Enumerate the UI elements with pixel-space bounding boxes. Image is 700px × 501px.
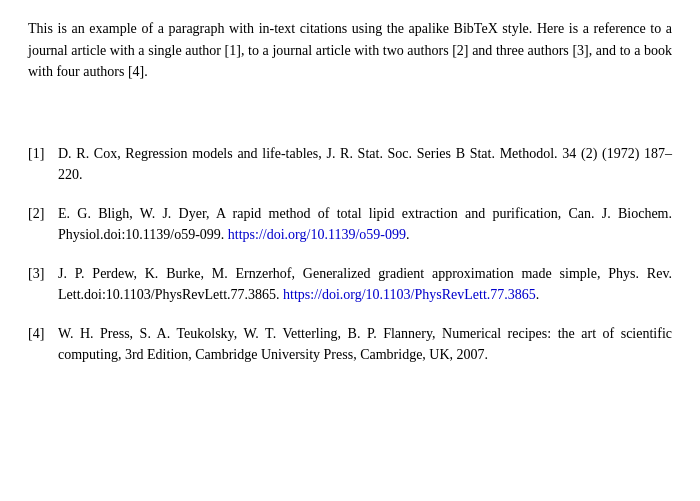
ref-number-2: [2] bbox=[28, 203, 58, 224]
ref-content-4: W. H. Press, S. A. Teukolsky, W. T. Vett… bbox=[58, 323, 672, 365]
ref-number-4: [4] bbox=[28, 323, 58, 344]
reference-item-2: [2] E. G. Bligh, W. J. Dyer, A rapid met… bbox=[28, 203, 672, 245]
references-section: [1] D. R. Cox, Regression models and lif… bbox=[28, 143, 672, 365]
ref-content-1: D. R. Cox, Regression models and life-ta… bbox=[58, 143, 672, 185]
ref-number-1: [1] bbox=[28, 143, 58, 164]
ref-content-3: J. P. Perdew, K. Burke, M. Ernzerhof, Ge… bbox=[58, 263, 672, 305]
ref-number-3: [3] bbox=[28, 263, 58, 284]
reference-item-1: [1] D. R. Cox, Regression models and lif… bbox=[28, 143, 672, 185]
ref-content-2: E. G. Bligh, W. J. Dyer, A rapid method … bbox=[58, 203, 672, 245]
ref-3-url[interactable]: https://doi.org/10.1103/PhysRevLett.77.3… bbox=[283, 287, 536, 302]
reference-item-4: [4] W. H. Press, S. A. Teukolsky, W. T. … bbox=[28, 323, 672, 365]
reference-item-3: [3] J. P. Perdew, K. Burke, M. Ernzerhof… bbox=[28, 263, 672, 305]
ref-2-url[interactable]: https://doi.org/10.1139/o59-099 bbox=[228, 227, 406, 242]
main-paragraph: This is an example of a paragraph with i… bbox=[28, 18, 672, 83]
